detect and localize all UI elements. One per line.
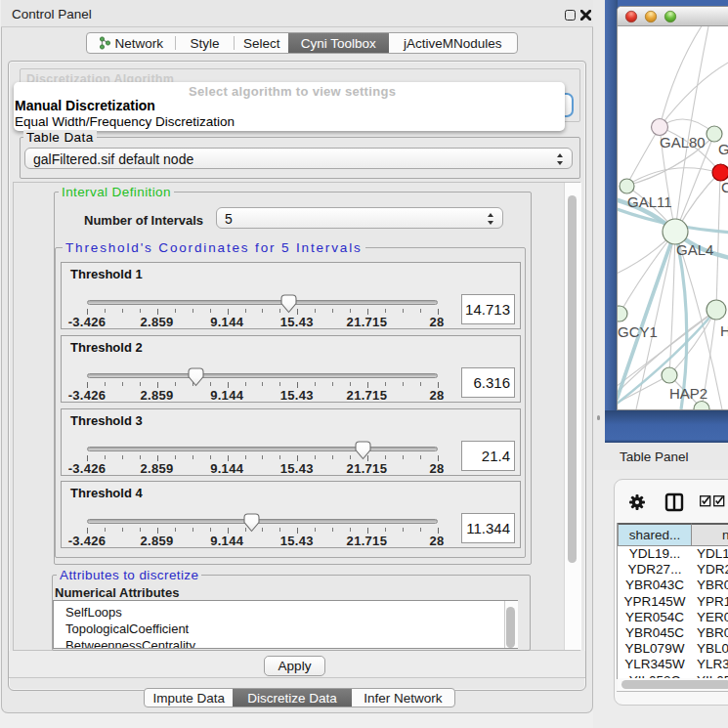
svg-text:GAL80: GAL80	[660, 134, 706, 150]
svg-text:GCY1: GCY1	[618, 323, 658, 340]
svg-text:HAP2: HAP2	[669, 385, 707, 402]
svg-text:GAL4: GAL4	[676, 241, 713, 258]
svg-text:CD: CD	[721, 179, 728, 195]
svg-text:HI: HI	[720, 322, 728, 339]
svg-text:GA: GA	[718, 141, 728, 157]
svg-text:GAL11: GAL11	[627, 193, 672, 210]
